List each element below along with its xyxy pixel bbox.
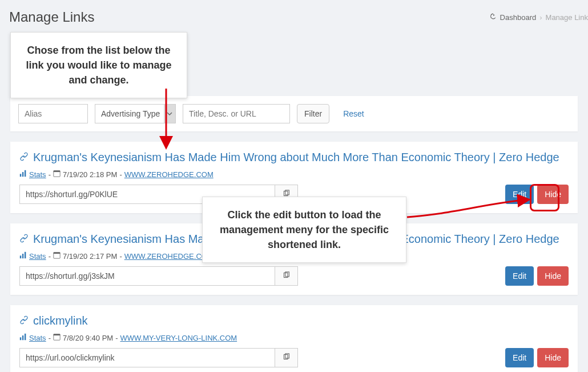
tooltip-choose-link: Chose from the list below the link you w…	[10, 32, 187, 98]
svg-rect-11	[54, 253, 60, 254]
calendar-icon	[53, 251, 61, 261]
page-header: Manage Links Dashboard › Manage Link	[0, 0, 588, 33]
short-url-box	[19, 348, 298, 367]
link-domain[interactable]: WWW.ZEROHEDGE.COM	[124, 252, 214, 261]
link-url-row: Edit Hide	[19, 348, 569, 367]
advertising-type-select[interactable]: Advertising Type	[95, 104, 176, 123]
hide-button[interactable]: Hide	[537, 266, 569, 286]
link-title-text: clickmylink	[33, 314, 88, 327]
hide-button[interactable]: Hide	[537, 348, 569, 367]
hide-button[interactable]: Hide	[537, 185, 569, 204]
link-domain[interactable]: WWW.MY-VERY-LONG-LINK.COM	[120, 334, 237, 342]
svg-rect-7	[20, 255, 21, 258]
stats-link[interactable]: Stats	[29, 334, 46, 342]
breadcrumb-dashboard[interactable]: Dashboard	[500, 13, 537, 22]
tooltip-click-edit: Click the edit button to load the manage…	[202, 197, 406, 263]
stats-link[interactable]: Stats	[29, 252, 46, 261]
link-meta: Stats - 7/19/20 2:18 PM - WWW.ZEROHEDGE.…	[19, 170, 569, 179]
link-timestamp: 7/19/20 2:17 PM	[63, 252, 117, 261]
copy-button[interactable]	[275, 267, 297, 285]
dashboard-icon	[489, 13, 497, 22]
link-timestamp: 7/19/20 2:18 PM	[63, 170, 117, 179]
svg-rect-18	[54, 334, 60, 335]
page-title: Manage Links	[9, 9, 94, 25]
chevron-down-icon	[164, 105, 175, 123]
short-url-box	[19, 266, 298, 286]
filter-bar: Advertising Type Filter Reset	[10, 96, 578, 131]
filter-button[interactable]: Filter	[297, 104, 329, 123]
svg-rect-14	[20, 337, 21, 340]
link-title[interactable]: clickmylink	[19, 314, 569, 327]
svg-rect-2	[25, 170, 26, 177]
breadcrumb-current: Manage Link	[546, 13, 588, 22]
breadcrumb: Dashboard › Manage Link	[489, 13, 588, 22]
link-timestamp: 7/8/20 9:40 PM	[63, 334, 113, 342]
link-title[interactable]: Krugman's Keynesianism Has Made Him Wron…	[19, 151, 569, 164]
stats-icon	[19, 251, 27, 261]
calendar-icon	[53, 333, 61, 342]
advertising-type-label: Advertising Type	[101, 109, 160, 118]
reset-button[interactable]: Reset	[336, 104, 371, 123]
short-url-input[interactable]	[20, 349, 275, 367]
svg-rect-8	[22, 254, 23, 258]
link-icon	[19, 151, 29, 164]
link-icon	[19, 314, 29, 327]
link-icon	[19, 233, 29, 246]
link-domain[interactable]: WWW.ZEROHEDGE.COM	[124, 170, 214, 179]
copy-icon	[283, 271, 290, 281]
svg-rect-0	[20, 174, 21, 177]
svg-rect-15	[22, 335, 23, 340]
link-actions: Edit Hide	[505, 348, 569, 367]
copy-button[interactable]	[275, 349, 297, 367]
copy-icon	[283, 353, 290, 362]
svg-rect-4	[54, 171, 60, 172]
alias-input[interactable]	[18, 104, 88, 123]
title-search-input[interactable]	[183, 104, 290, 123]
edit-button[interactable]: Edit	[505, 185, 534, 204]
edit-button[interactable]: Edit	[505, 348, 534, 367]
svg-rect-9	[25, 252, 26, 258]
edit-button[interactable]: Edit	[505, 266, 534, 286]
stats-link[interactable]: Stats	[29, 170, 46, 179]
link-card: clickmylink Stats - 7/8/20 9:40 PM - WWW…	[10, 305, 578, 372]
svg-rect-16	[25, 334, 26, 340]
svg-rect-1	[22, 172, 23, 177]
stats-icon	[19, 170, 27, 179]
link-meta: Stats - 7/8/20 9:40 PM - WWW.MY-VERY-LON…	[19, 333, 569, 342]
link-title-text: Krugman's Keynesianism Has Made Him Wron…	[33, 151, 559, 164]
stats-icon	[19, 333, 27, 342]
link-actions: Edit Hide	[505, 185, 569, 204]
link-url-row: Edit Hide	[19, 266, 569, 286]
short-url-input[interactable]	[20, 267, 275, 285]
calendar-icon	[53, 170, 61, 179]
link-actions: Edit Hide	[505, 266, 569, 286]
